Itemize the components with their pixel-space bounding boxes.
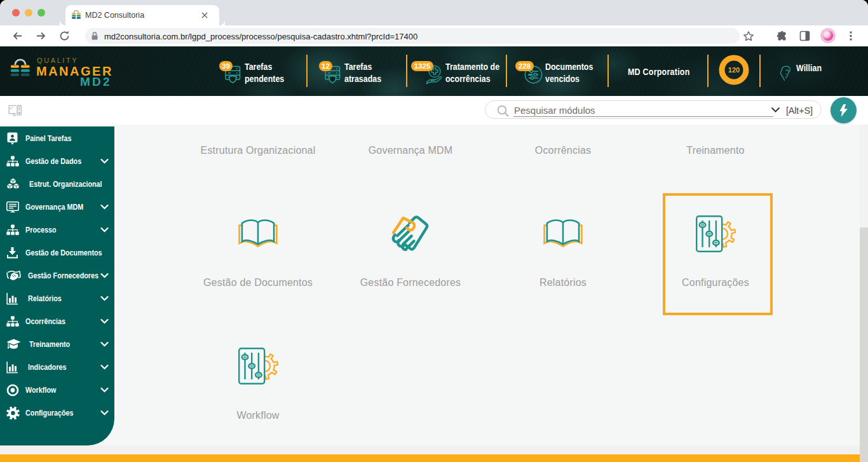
svg-text:120: 120 — [728, 66, 740, 74]
